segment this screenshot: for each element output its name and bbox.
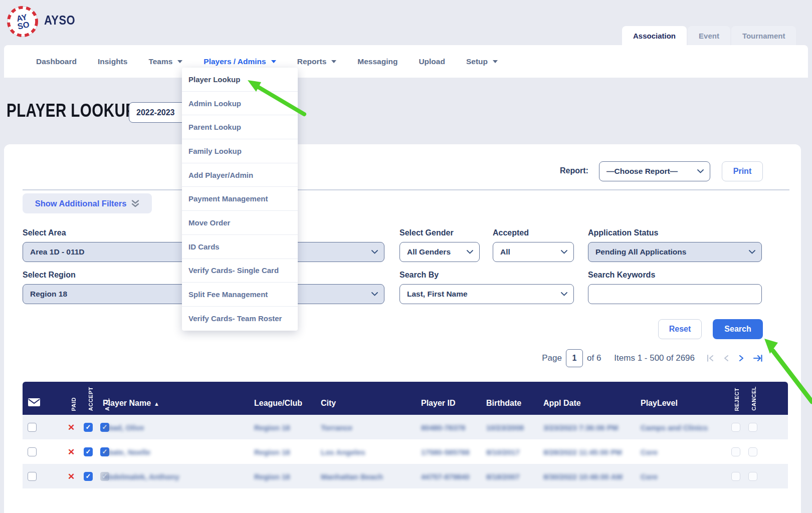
chevron-down-icon <box>271 60 276 63</box>
menu-admin-lookup[interactable]: Admin Lookup <box>182 92 298 116</box>
table-row: ✕ ✓ ✓ Abate, Noelle Region 18 Los Angele… <box>23 439 788 464</box>
pagination: Page of 6 Items 1 - 500 of 2696 <box>542 349 763 367</box>
cancel-checkbox[interactable] <box>748 472 757 481</box>
birthdate: 8/10/2017 <box>486 447 520 456</box>
accept-checkbox[interactable]: ✓ <box>84 472 93 481</box>
print-button[interactable]: Print <box>722 161 763 181</box>
appl-date: 8/28/2022 11:45:00 PM <box>543 447 622 456</box>
cancel-checkbox[interactable] <box>748 423 757 432</box>
col-play-level[interactable]: PlayLevel <box>641 399 678 408</box>
gender-select[interactable]: All Genders <box>399 242 480 262</box>
col-city[interactable]: City <box>321 399 336 408</box>
menu-parent-lookup[interactable]: Parent Lookup <box>182 115 298 139</box>
nav-insights[interactable]: Insights <box>98 57 127 66</box>
player-name[interactable]: Abate, Noelle <box>103 447 150 456</box>
col-league-club[interactable]: League/Club <box>254 399 302 408</box>
col-appl-date[interactable]: Appl Date <box>543 399 581 408</box>
menu-verify-cards-single-card[interactable]: Verify Cards- Single Card <box>182 259 298 283</box>
nav-teams[interactable]: Teams <box>148 57 182 66</box>
ayso-player-lookup-page: AY SO AYSO Association Event Tournament … <box>0 0 812 513</box>
row-select-checkbox[interactable] <box>28 447 37 456</box>
nav-dashboard[interactable]: Dashboard <box>36 57 77 66</box>
search-keywords-input[interactable] <box>588 284 762 304</box>
birthdate: 10/23/2008 <box>486 423 524 431</box>
city: Manhattan Beach <box>321 472 383 480</box>
items-range-label: Items 1 - 500 of 2696 <box>614 353 695 363</box>
double-chevron-down-icon <box>131 200 139 207</box>
city: Los Angeles <box>321 447 365 456</box>
search-button[interactable]: Search <box>713 319 763 339</box>
email-icon[interactable] <box>28 398 41 407</box>
show-additional-filters-button[interactable]: Show Additional Filters <box>23 193 152 213</box>
col-reject: REJECT <box>734 388 740 411</box>
report-label: Report: <box>560 166 588 175</box>
menu-add-player-admin[interactable]: Add Player/Admin <box>182 163 298 187</box>
chevron-down-icon <box>371 292 378 296</box>
previous-page-icon[interactable] <box>723 354 730 363</box>
menu-split-fee-management[interactable]: Split Fee Management <box>182 283 298 307</box>
league-club: Region 18 <box>254 423 290 431</box>
accepted-label: Accepted <box>493 228 529 237</box>
league-club: Region 18 <box>254 447 290 456</box>
row-select-checkbox[interactable] <box>28 472 37 481</box>
nav-setup[interactable]: Setup <box>466 57 498 66</box>
appl-date: 8/30/2022 10:46:00 AM <box>543 472 623 480</box>
accept-checkbox[interactable]: ✓ <box>84 423 93 432</box>
col-paid[interactable]: PAID <box>71 397 77 411</box>
menu-player-lookup[interactable]: Player Lookup <box>182 68 298 92</box>
col-birthdate[interactable]: Birthdate <box>486 399 521 408</box>
col-accept[interactable]: ACCEPT <box>88 387 94 411</box>
application-status-label: Application Status <box>588 228 658 237</box>
chevron-down-icon <box>371 250 378 254</box>
reject-checkbox[interactable] <box>731 472 740 481</box>
table-row: ✕ ✓ ✓ Abdelmalek, Anthony Region 18 Manh… <box>23 464 788 488</box>
application-status-select[interactable]: Pending All Applications <box>588 242 762 262</box>
cancel-checkbox[interactable] <box>748 447 757 456</box>
nav-upload[interactable]: Upload <box>419 57 445 66</box>
accept-checkbox[interactable]: ✓ <box>84 447 93 456</box>
play-level: Core <box>641 447 658 456</box>
nav-reports[interactable]: Reports <box>297 57 337 66</box>
tab-event[interactable]: Event <box>688 26 730 45</box>
chevron-down-icon <box>561 250 567 254</box>
player-name[interactable]: Abad, Olive <box>103 423 144 431</box>
search-by-select[interactable]: Last, First Name <box>399 284 574 304</box>
tab-tournament[interactable]: Tournament <box>731 26 796 45</box>
reject-checkbox[interactable] <box>731 423 740 432</box>
menu-payment-management[interactable]: Payment Management <box>182 187 298 211</box>
nav-players-admins[interactable]: Players / Admins <box>204 57 276 66</box>
gender-label: Select Gender <box>399 228 454 237</box>
appl-date: 3/23/2023 7:36:06 PM <box>543 423 618 431</box>
players-table: PAID ACCEPT A / L Player Name▲ League/Cl… <box>23 382 788 488</box>
tab-association[interactable]: Association <box>622 26 687 45</box>
paid-x-icon: ✕ <box>68 446 75 457</box>
col-cancel: CANCEL <box>751 386 757 411</box>
play-level: Core <box>641 472 658 480</box>
nav-messaging[interactable]: Messaging <box>357 57 397 66</box>
ayso-logo: AY SO <box>7 6 38 37</box>
menu-id-cards[interactable]: ID Cards <box>182 235 298 259</box>
area-label: Select Area <box>23 228 66 237</box>
report-select[interactable]: —Choose Report— <box>599 161 710 181</box>
page-number-input[interactable] <box>566 349 583 367</box>
table-row: ✕ ✓ ✓ Abad, Olive Region 18 Torrance 804… <box>23 415 788 439</box>
brand-name: AYSO <box>44 13 75 28</box>
first-page-icon[interactable] <box>706 354 715 363</box>
menu-family-lookup[interactable]: Family Lookup <box>182 139 298 163</box>
reject-checkbox[interactable] <box>731 447 740 456</box>
menu-verify-cards-team-roster[interactable]: Verify Cards- Team Roster <box>182 307 298 331</box>
last-page-icon[interactable] <box>753 354 763 363</box>
sort-ascending-icon: ▲ <box>154 401 159 407</box>
divider <box>23 189 789 190</box>
row-select-checkbox[interactable] <box>28 423 37 432</box>
col-player-id[interactable]: Player ID <box>421 399 455 408</box>
chevron-down-icon <box>493 60 498 63</box>
reset-button[interactable]: Reset <box>658 319 702 339</box>
menu-move-order[interactable]: Move Order <box>182 211 298 235</box>
workspace-tabs: Association Event Tournament <box>622 26 797 45</box>
player-name[interactable]: Abdelmalek, Anthony <box>103 472 179 480</box>
next-page-icon[interactable] <box>738 354 745 363</box>
accepted-select[interactable]: All <box>493 242 574 262</box>
col-player-name[interactable]: Player Name▲ <box>103 399 159 408</box>
player-id: 80480-78378 <box>421 423 465 431</box>
